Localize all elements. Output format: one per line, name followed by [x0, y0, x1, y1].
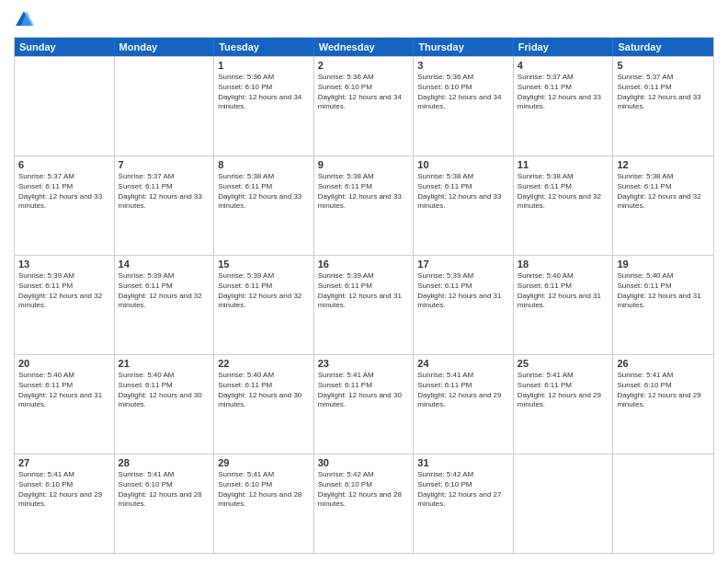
cal-week-4: 20Sunrise: 5:40 AMSunset: 6:11 PMDayligh… [15, 354, 713, 454]
sun-info: Sunrise: 5:42 AMSunset: 6:10 PMDaylight:… [318, 470, 410, 510]
day-number: 23 [318, 358, 410, 369]
sun-info: Sunrise: 5:41 AMSunset: 6:10 PMDaylight:… [18, 470, 110, 510]
cal-header-monday: Monday [115, 38, 215, 56]
sun-info: Sunrise: 5:40 AMSunset: 6:11 PMDaylight:… [617, 271, 710, 311]
cal-header-tuesday: Tuesday [214, 38, 314, 56]
day-number: 16 [318, 259, 410, 270]
cal-day-empty [514, 454, 614, 553]
cal-day-22: 22Sunrise: 5:40 AMSunset: 6:11 PMDayligh… [214, 355, 314, 454]
cal-day-15: 15Sunrise: 5:39 AMSunset: 6:11 PMDayligh… [214, 256, 314, 354]
cal-header-wednesday: Wednesday [314, 38, 415, 56]
calendar: SundayMondayTuesdayWednesdayThursdayFrid… [14, 37, 714, 554]
day-number: 21 [119, 358, 210, 369]
cal-week-1: 1Sunrise: 5:36 AMSunset: 6:10 PMDaylight… [15, 56, 713, 155]
day-number: 30 [318, 457, 410, 468]
cal-day-29: 29Sunrise: 5:41 AMSunset: 6:10 PMDayligh… [214, 454, 314, 553]
sun-info: Sunrise: 5:38 AMSunset: 6:11 PMDaylight:… [617, 172, 710, 212]
day-number: 29 [218, 457, 310, 468]
cal-day-18: 18Sunrise: 5:40 AMSunset: 6:11 PMDayligh… [514, 256, 614, 354]
cal-day-27: 27Sunrise: 5:41 AMSunset: 6:10 PMDayligh… [15, 454, 115, 553]
sun-info: Sunrise: 5:38 AMSunset: 6:11 PMDaylight:… [518, 172, 609, 212]
sun-info: Sunrise: 5:41 AMSunset: 6:10 PMDaylight:… [218, 470, 310, 510]
day-number: 4 [518, 60, 609, 71]
cal-day-10: 10Sunrise: 5:38 AMSunset: 6:11 PMDayligh… [414, 156, 514, 255]
cal-week-3: 13Sunrise: 5:39 AMSunset: 6:11 PMDayligh… [15, 255, 713, 354]
cal-day-8: 8Sunrise: 5:38 AMSunset: 6:11 PMDaylight… [214, 156, 314, 255]
sun-info: Sunrise: 5:37 AMSunset: 6:11 PMDaylight:… [18, 172, 110, 212]
day-number: 12 [617, 159, 710, 170]
sun-info: Sunrise: 5:38 AMSunset: 6:11 PMDaylight:… [218, 172, 310, 212]
day-number: 10 [417, 159, 509, 170]
page-header [14, 9, 714, 29]
sun-info: Sunrise: 5:36 AMSunset: 6:10 PMDaylight:… [417, 73, 509, 112]
day-number: 6 [18, 159, 110, 170]
cal-day-23: 23Sunrise: 5:41 AMSunset: 6:11 PMDayligh… [314, 355, 415, 454]
sun-info: Sunrise: 5:40 AMSunset: 6:11 PMDaylight:… [119, 371, 210, 410]
cal-day-empty [613, 454, 713, 553]
cal-header-saturday: Saturday [613, 38, 713, 56]
sun-info: Sunrise: 5:41 AMSunset: 6:11 PMDaylight:… [518, 371, 609, 410]
sun-info: Sunrise: 5:39 AMSunset: 6:11 PMDaylight:… [218, 271, 310, 311]
sun-info: Sunrise: 5:39 AMSunset: 6:11 PMDaylight:… [18, 271, 110, 311]
sun-info: Sunrise: 5:39 AMSunset: 6:11 PMDaylight:… [119, 271, 210, 311]
cal-day-14: 14Sunrise: 5:39 AMSunset: 6:11 PMDayligh… [115, 256, 215, 354]
calendar-header-row: SundayMondayTuesdayWednesdayThursdayFrid… [15, 38, 713, 56]
day-number: 28 [119, 457, 210, 468]
sun-info: Sunrise: 5:37 AMSunset: 6:11 PMDaylight:… [119, 172, 210, 212]
cal-day-26: 26Sunrise: 5:41 AMSunset: 6:10 PMDayligh… [613, 355, 713, 454]
sun-info: Sunrise: 5:36 AMSunset: 6:10 PMDaylight:… [218, 73, 310, 112]
sun-info: Sunrise: 5:42 AMSunset: 6:10 PMDaylight:… [417, 470, 509, 510]
sun-info: Sunrise: 5:40 AMSunset: 6:11 PMDaylight:… [18, 371, 110, 410]
cal-header-friday: Friday [514, 38, 614, 56]
calendar-page: SundayMondayTuesdayWednesdayThursdayFrid… [0, 0, 728, 563]
sun-info: Sunrise: 5:38 AMSunset: 6:11 PMDaylight:… [417, 172, 509, 212]
day-number: 1 [218, 60, 310, 71]
cal-week-5: 27Sunrise: 5:41 AMSunset: 6:10 PMDayligh… [15, 454, 713, 553]
cal-day-16: 16Sunrise: 5:39 AMSunset: 6:11 PMDayligh… [314, 256, 415, 354]
day-number: 11 [518, 159, 609, 170]
sun-info: Sunrise: 5:39 AMSunset: 6:11 PMDaylight:… [417, 271, 509, 311]
day-number: 9 [318, 159, 410, 170]
day-number: 17 [417, 259, 509, 270]
cal-day-6: 6Sunrise: 5:37 AMSunset: 6:11 PMDaylight… [15, 156, 115, 255]
cal-day-empty [115, 57, 215, 155]
day-number: 22 [218, 358, 310, 369]
cal-day-1: 1Sunrise: 5:36 AMSunset: 6:10 PMDaylight… [214, 57, 314, 155]
sun-info: Sunrise: 5:39 AMSunset: 6:11 PMDaylight:… [318, 271, 410, 311]
day-number: 31 [417, 457, 509, 468]
cal-day-11: 11Sunrise: 5:38 AMSunset: 6:11 PMDayligh… [514, 156, 614, 255]
logo [14, 9, 38, 29]
cal-day-empty [15, 57, 115, 155]
cal-day-5: 5Sunrise: 5:37 AMSunset: 6:11 PMDaylight… [613, 57, 713, 155]
day-number: 18 [518, 259, 609, 270]
day-number: 26 [617, 358, 710, 369]
sun-info: Sunrise: 5:40 AMSunset: 6:11 PMDaylight:… [518, 271, 609, 311]
cal-day-31: 31Sunrise: 5:42 AMSunset: 6:10 PMDayligh… [414, 454, 514, 553]
cal-day-19: 19Sunrise: 5:40 AMSunset: 6:11 PMDayligh… [613, 256, 713, 354]
sun-info: Sunrise: 5:37 AMSunset: 6:11 PMDaylight:… [518, 73, 609, 112]
sun-info: Sunrise: 5:38 AMSunset: 6:11 PMDaylight:… [318, 172, 410, 212]
cal-day-7: 7Sunrise: 5:37 AMSunset: 6:11 PMDaylight… [115, 156, 215, 255]
day-number: 25 [518, 358, 609, 369]
day-number: 3 [417, 60, 509, 71]
sun-info: Sunrise: 5:41 AMSunset: 6:11 PMDaylight:… [417, 371, 509, 410]
day-number: 8 [218, 159, 310, 170]
cal-day-30: 30Sunrise: 5:42 AMSunset: 6:10 PMDayligh… [314, 454, 415, 553]
sun-info: Sunrise: 5:41 AMSunset: 6:11 PMDaylight:… [318, 371, 410, 410]
day-number: 5 [617, 60, 710, 71]
sun-info: Sunrise: 5:41 AMSunset: 6:10 PMDaylight:… [617, 371, 710, 410]
cal-day-24: 24Sunrise: 5:41 AMSunset: 6:11 PMDayligh… [414, 355, 514, 454]
cal-day-17: 17Sunrise: 5:39 AMSunset: 6:11 PMDayligh… [414, 256, 514, 354]
day-number: 27 [18, 457, 110, 468]
cal-day-28: 28Sunrise: 5:41 AMSunset: 6:10 PMDayligh… [115, 454, 215, 553]
day-number: 15 [218, 259, 310, 270]
cal-day-20: 20Sunrise: 5:40 AMSunset: 6:11 PMDayligh… [15, 355, 115, 454]
cal-day-3: 3Sunrise: 5:36 AMSunset: 6:10 PMDaylight… [414, 57, 514, 155]
sun-info: Sunrise: 5:41 AMSunset: 6:10 PMDaylight:… [119, 470, 210, 510]
cal-day-4: 4Sunrise: 5:37 AMSunset: 6:11 PMDaylight… [514, 57, 614, 155]
cal-day-9: 9Sunrise: 5:38 AMSunset: 6:11 PMDaylight… [314, 156, 415, 255]
cal-header-thursday: Thursday [414, 38, 514, 56]
cal-week-2: 6Sunrise: 5:37 AMSunset: 6:11 PMDaylight… [15, 155, 713, 255]
day-number: 7 [119, 159, 210, 170]
day-number: 20 [18, 358, 110, 369]
